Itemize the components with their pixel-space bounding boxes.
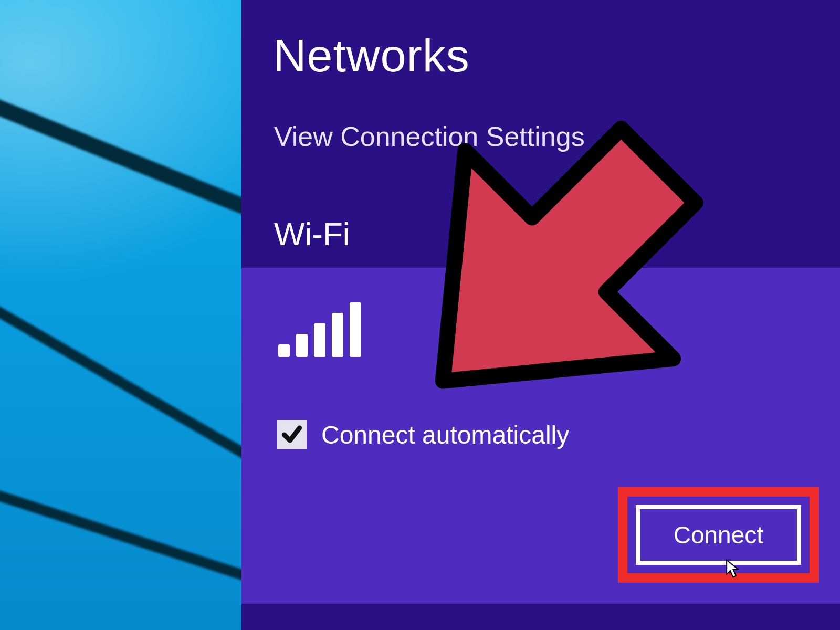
networks-charm-panel: Networks View Connection Settings Wi-Fi … bbox=[242, 0, 840, 630]
connect-automatically-checkbox[interactable] bbox=[277, 420, 307, 449]
view-connection-settings-link[interactable]: View Connection Settings bbox=[274, 121, 585, 152]
panel-title: Networks bbox=[273, 29, 470, 82]
annotation-highlight-box: Connect bbox=[618, 487, 819, 583]
checkmark-icon bbox=[280, 423, 303, 446]
wifi-signal-icon bbox=[278, 294, 362, 357]
connect-button-highlight: Connect bbox=[618, 487, 819, 583]
desktop-wallpaper bbox=[0, 0, 242, 630]
connect-button[interactable]: Connect bbox=[636, 505, 801, 565]
wifi-section-label: Wi-Fi bbox=[274, 215, 350, 253]
wifi-network-item[interactable]: Connect automatically Connect bbox=[242, 268, 840, 604]
connect-automatically-row: Connect automatically bbox=[277, 420, 569, 449]
connect-automatically-label: Connect automatically bbox=[321, 421, 569, 449]
cursor-icon bbox=[724, 559, 740, 579]
